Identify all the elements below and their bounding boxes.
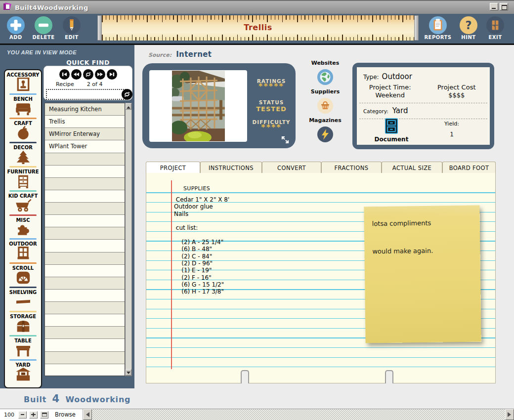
websites-button[interactable] bbox=[317, 69, 333, 85]
list-item[interactable] bbox=[45, 277, 125, 290]
sidebar-category-kid-craft[interactable]: KID CRAFT bbox=[5, 193, 41, 217]
record-position: 2 of 4 bbox=[87, 81, 103, 87]
tab-convert[interactable]: CONVERT bbox=[262, 162, 321, 173]
next-record-button[interactable] bbox=[95, 69, 105, 80]
list-item[interactable] bbox=[45, 178, 125, 190]
sidebar-category-bench[interactable]: BENCH bbox=[5, 96, 41, 120]
sidebar-category-misc[interactable]: MISC bbox=[5, 217, 41, 241]
footer-brand: Built 4 Woodworking bbox=[24, 393, 130, 405]
list-item[interactable] bbox=[45, 314, 125, 327]
first-record-button[interactable] bbox=[59, 69, 70, 80]
list-item[interactable] bbox=[45, 327, 125, 339]
tab-instructions[interactable]: INSTRUCTIONS bbox=[200, 162, 262, 173]
zoom-out-button[interactable] bbox=[18, 411, 27, 419]
source-row: Source: Internet bbox=[148, 50, 212, 59]
layout-mode-button[interactable] bbox=[40, 411, 48, 419]
list-item[interactable] bbox=[45, 364, 125, 376]
list-item[interactable]: Trellis bbox=[45, 116, 125, 128]
sidebar-category-craft[interactable]: CRAFT bbox=[5, 120, 41, 144]
recipe-list-scrollbar[interactable] bbox=[125, 103, 132, 376]
list-item[interactable] bbox=[45, 290, 125, 302]
previous-record-button[interactable] bbox=[71, 69, 82, 80]
source-value: Internet bbox=[176, 50, 212, 59]
last-record-button[interactable] bbox=[107, 69, 117, 80]
list-item[interactable] bbox=[45, 153, 125, 166]
sidebar-category-table[interactable]: TABLE bbox=[5, 337, 41, 362]
edit-button[interactable]: EDIT bbox=[58, 16, 86, 40]
tab-board-foot[interactable]: BOARD FOOT bbox=[442, 162, 496, 173]
sticky-note-line: lotsa compliments bbox=[372, 219, 431, 227]
category-panel: ACCESSORYBENCHCRAFTDECORFURNITUREKID CRA… bbox=[4, 69, 42, 388]
tab-fractions[interactable]: FRACTIONS bbox=[321, 162, 382, 173]
list-item[interactable]: Measuring Kitchen bbox=[45, 103, 125, 116]
category-divider bbox=[9, 335, 37, 336]
wagon-icon bbox=[15, 199, 32, 212]
document-button[interactable]: Document bbox=[372, 118, 411, 143]
list-item[interactable]: WPlant Tower bbox=[45, 140, 125, 153]
sidebar-category-outdoor[interactable]: OUTDOOR bbox=[5, 241, 41, 265]
list-item[interactable] bbox=[45, 203, 125, 215]
category-label: YARD bbox=[15, 362, 30, 368]
project-photo[interactable] bbox=[149, 70, 247, 142]
sticky-note[interactable]: lotsa compliments would make again. bbox=[364, 206, 481, 343]
hint-button[interactable]: ? HINT bbox=[455, 16, 482, 40]
basket-icon bbox=[317, 98, 333, 114]
sticky-note-line: would make again. bbox=[372, 247, 433, 255]
mode-banner: YOU ARE IN VIEW MODE bbox=[7, 49, 77, 55]
list-item[interactable] bbox=[45, 352, 125, 364]
expand-photo-icon[interactable] bbox=[281, 136, 289, 144]
category-label: FURNITURE bbox=[7, 169, 39, 174]
page-clip bbox=[385, 370, 393, 383]
sidebar-category-decor[interactable]: DECOR bbox=[5, 144, 41, 168]
list-item[interactable] bbox=[45, 302, 125, 314]
magazines-button[interactable] bbox=[317, 126, 333, 142]
sidebar-category-shelving[interactable]: SHELVING bbox=[5, 289, 41, 313]
list-item[interactable] bbox=[45, 166, 125, 178]
sidebar-category-furniture[interactable]: FURNITURE bbox=[5, 168, 41, 193]
status-label: STATUS bbox=[247, 99, 296, 105]
horizontal-scrollbar-track[interactable] bbox=[92, 409, 505, 420]
scroll-down-icon[interactable] bbox=[126, 369, 131, 376]
category-label: STORAGE bbox=[10, 314, 36, 319]
scroll-up-icon[interactable] bbox=[126, 103, 131, 110]
sidebar-category-accessory[interactable]: ACCESSORY bbox=[5, 72, 41, 96]
list-item[interactable] bbox=[45, 265, 125, 277]
reports-button[interactable]: REPORTS bbox=[424, 16, 452, 40]
sidebar-category-scroll[interactable]: SCROLL bbox=[5, 265, 41, 289]
maximize-button[interactable] bbox=[500, 3, 508, 10]
list-item[interactable] bbox=[45, 339, 125, 351]
list-item[interactable] bbox=[45, 240, 125, 252]
app-icon bbox=[3, 2, 12, 12]
pencil-icon bbox=[58, 16, 86, 34]
quick-find-title: QUICK FIND bbox=[43, 59, 132, 66]
type-label: Type: bbox=[363, 74, 379, 81]
category-label: CRAFT bbox=[14, 121, 32, 126]
zoom-in-button[interactable] bbox=[29, 411, 38, 419]
quick-find-input[interactable] bbox=[46, 89, 126, 100]
tab-actual-size[interactable]: ACTUAL SIZE bbox=[382, 162, 442, 173]
status-bar: 100 Browse bbox=[0, 409, 514, 420]
scroll-left-button[interactable] bbox=[83, 409, 92, 420]
scroll-right-button[interactable] bbox=[505, 409, 514, 420]
search-refresh-button[interactable] bbox=[122, 89, 132, 100]
tab-project[interactable]: PROJECT bbox=[146, 162, 200, 173]
suppliers-button[interactable] bbox=[317, 98, 333, 114]
category-value: Yard bbox=[392, 106, 408, 115]
list-item[interactable] bbox=[45, 252, 125, 265]
list-item[interactable]: WMirror Enterway bbox=[45, 128, 125, 140]
suppliers-label: Suppliers bbox=[307, 88, 343, 95]
chest-icon bbox=[15, 319, 32, 333]
list-item[interactable] bbox=[45, 215, 125, 227]
sidebar-category-yard[interactable]: YARD bbox=[5, 362, 41, 386]
globe-icon bbox=[317, 69, 333, 85]
exit-button[interactable]: EXIT bbox=[481, 16, 509, 40]
list-item[interactable] bbox=[45, 190, 125, 203]
supplies-text[interactable]: Cedar 1" X 2" X 8' Outdoor glue Nails cu… bbox=[174, 196, 229, 295]
sidebar-category-storage[interactable]: STORAGE bbox=[5, 313, 41, 337]
add-button[interactable]: ADD bbox=[2, 16, 30, 40]
delete-button[interactable]: DELETE bbox=[30, 16, 57, 40]
minimize-button[interactable] bbox=[490, 3, 498, 10]
list-item[interactable] bbox=[45, 227, 125, 240]
refresh-record-button[interactable] bbox=[83, 69, 93, 80]
question-icon: ? bbox=[455, 16, 482, 34]
